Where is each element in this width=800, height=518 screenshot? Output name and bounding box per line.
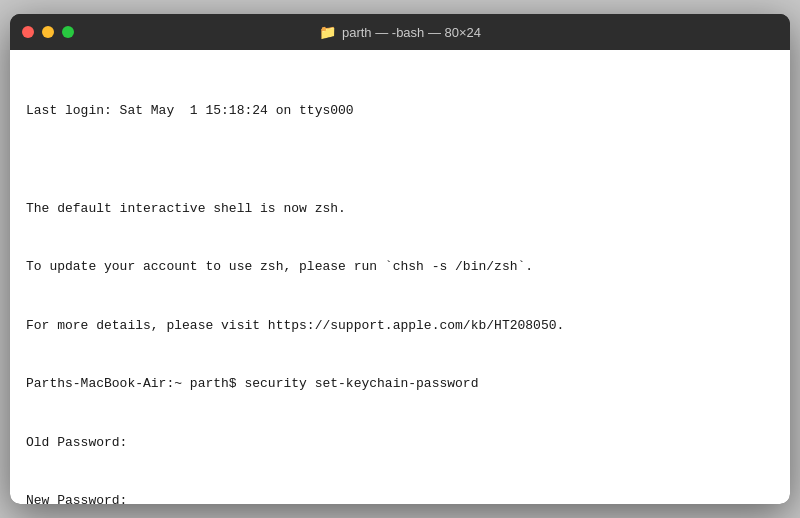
terminal-line-5: For more details, please visit https://s… <box>26 316 774 336</box>
close-button[interactable] <box>22 26 34 38</box>
window-title: 📁 parth — -bash — 80×24 <box>319 24 481 40</box>
titlebar: 📁 parth — -bash — 80×24 <box>10 14 790 50</box>
terminal-line-8: New Password: <box>26 491 774 504</box>
terminal-body[interactable]: Last login: Sat May 1 15:18:24 on ttys00… <box>10 50 790 504</box>
terminal-line-7: Old Password: <box>26 433 774 453</box>
terminal-line-6: Parths-MacBook-Air:~ parth$ security set… <box>26 374 774 394</box>
traffic-lights <box>22 26 74 38</box>
terminal-window: 📁 parth — -bash — 80×24 Last login: Sat … <box>10 14 790 504</box>
minimize-button[interactable] <box>42 26 54 38</box>
maximize-button[interactable] <box>62 26 74 38</box>
terminal-line-3: The default interactive shell is now zsh… <box>26 199 774 219</box>
terminal-line-4: To update your account to use zsh, pleas… <box>26 257 774 277</box>
terminal-line-1: Last login: Sat May 1 15:18:24 on ttys00… <box>26 101 774 121</box>
folder-icon: 📁 <box>319 24 336 40</box>
terminal-content: Last login: Sat May 1 15:18:24 on ttys00… <box>26 62 774 504</box>
